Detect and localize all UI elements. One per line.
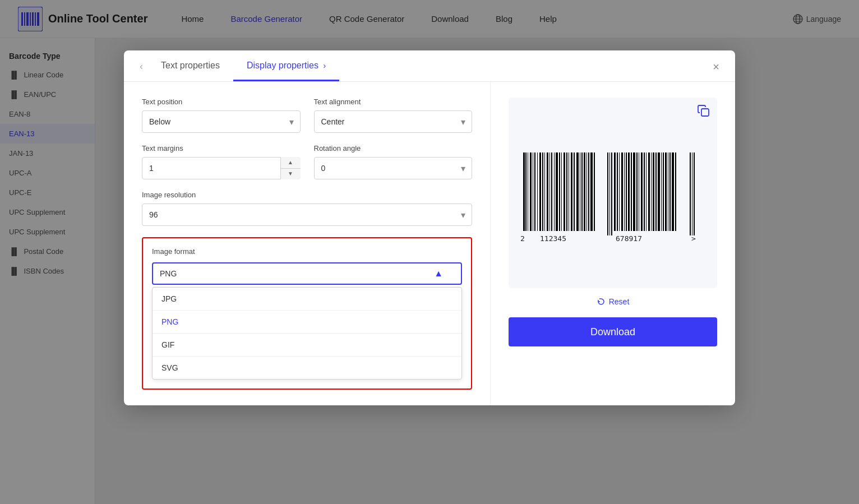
modal-close-button[interactable]: ×	[713, 61, 719, 72]
svg-text:>: >	[691, 234, 696, 243]
svg-rect-58	[641, 152, 643, 231]
svg-rect-20	[537, 152, 538, 231]
svg-rect-57	[639, 152, 639, 231]
svg-rect-35	[574, 152, 575, 231]
svg-text:2: 2	[520, 234, 525, 243]
properties-modal: ‹ Text properties Display properties › ×…	[124, 50, 735, 405]
copy-icon[interactable]	[697, 104, 710, 121]
modal-body: Text position Above Below None ▾ Text al…	[124, 82, 735, 405]
svg-text:678917: 678917	[616, 234, 642, 243]
text-position-select[interactable]: Above Below None	[142, 110, 301, 133]
svg-rect-40	[586, 152, 587, 231]
svg-rect-55	[633, 152, 635, 231]
svg-rect-63	[653, 152, 654, 231]
svg-rect-43	[594, 152, 595, 231]
barcode-preview: 2 112345 678917 >	[509, 98, 717, 288]
svg-rect-23	[544, 152, 545, 231]
rotation-angle-label: Rotation angle	[314, 144, 473, 152]
text-margins-stepper: ▲ ▼	[142, 157, 301, 179]
format-option-gif[interactable]: GIF	[153, 333, 461, 356]
svg-rect-28	[556, 152, 558, 231]
svg-rect-33	[569, 152, 569, 231]
text-position-label: Text position	[142, 98, 301, 106]
svg-rect-34	[571, 152, 572, 231]
text-position-select-wrapper: Above Below None ▾	[142, 110, 301, 133]
svg-rect-65	[658, 152, 660, 231]
svg-rect-36	[576, 152, 579, 231]
svg-rect-53	[628, 152, 630, 231]
svg-rect-32	[566, 152, 567, 231]
barcode-image-container: 2 112345 678917 >	[518, 147, 708, 248]
svg-rect-41	[588, 152, 589, 231]
text-margins-group: Text margins ▲ ▼	[142, 144, 301, 179]
svg-rect-24	[547, 152, 548, 231]
text-alignment-select-wrapper: Left Center Right ▾	[314, 110, 473, 133]
svg-rect-19	[534, 152, 535, 231]
rotation-angle-select-wrapper: 0 90 180 270 ▾	[314, 157, 473, 179]
svg-rect-25	[549, 152, 550, 231]
svg-rect-16	[528, 152, 528, 231]
image-format-selected-value: PNG	[160, 269, 177, 278]
stepper-up-button[interactable]: ▲	[281, 157, 301, 169]
svg-rect-72	[675, 152, 676, 231]
image-resolution-group: Image resolution 72 96 150 300 ▾	[142, 191, 472, 226]
svg-rect-45	[609, 152, 610, 235]
svg-rect-74	[692, 152, 692, 235]
svg-rect-42	[590, 152, 593, 231]
svg-rect-60	[646, 152, 646, 231]
svg-rect-69	[668, 152, 668, 231]
svg-rect-46	[611, 152, 612, 235]
svg-rect-31	[564, 152, 565, 231]
image-format-section: Image format PNG ▲ JPG PNG GIF SVG	[142, 237, 472, 390]
svg-rect-48	[617, 152, 618, 231]
image-format-dropdown: JPG PNG GIF SVG	[152, 287, 462, 380]
svg-rect-30	[561, 152, 562, 231]
image-format-label: Image format	[152, 247, 462, 256]
reset-button[interactable]: Reset	[597, 297, 630, 306]
reset-icon	[597, 297, 606, 306]
svg-rect-54	[631, 152, 632, 231]
svg-rect-26	[551, 152, 552, 231]
text-alignment-select[interactable]: Left Center Right	[314, 110, 473, 133]
svg-rect-15	[525, 152, 527, 231]
prev-tab-arrow[interactable]: ‹	[140, 61, 147, 81]
tab-display-properties[interactable]: Display properties ›	[233, 61, 339, 81]
download-button[interactable]: Download	[509, 317, 717, 346]
svg-rect-21	[539, 152, 541, 231]
reset-label: Reset	[609, 297, 630, 306]
svg-rect-51	[624, 152, 625, 231]
modal-left-panel: Text position Above Below None ▾ Text al…	[124, 82, 491, 405]
text-alignment-label: Text alignment	[314, 98, 473, 106]
svg-rect-71	[672, 152, 674, 231]
tab-text-properties[interactable]: Text properties	[147, 61, 233, 81]
svg-rect-22	[542, 152, 543, 231]
svg-rect-29	[559, 152, 560, 231]
svg-rect-39	[584, 152, 585, 231]
svg-rect-50	[621, 152, 623, 231]
barcode-svg: 2 112345 678917 >	[518, 147, 708, 248]
svg-rect-52	[626, 152, 627, 231]
svg-rect-62	[651, 152, 652, 231]
text-alignment-group: Text alignment Left Center Right ▾	[314, 98, 473, 133]
svg-rect-68	[665, 152, 667, 231]
image-resolution-select[interactable]: 72 96 150 300	[142, 204, 472, 226]
text-margins-input[interactable]	[142, 157, 301, 179]
rotation-angle-select[interactable]: 0 90 180 270	[314, 157, 473, 179]
image-format-select[interactable]: PNG ▲	[152, 262, 462, 285]
svg-rect-27	[554, 152, 555, 231]
modal-header: ‹ Text properties Display properties › ×	[124, 50, 735, 82]
format-option-png[interactable]: PNG	[153, 310, 461, 333]
image-resolution-select-wrapper: 72 96 150 300 ▾	[142, 204, 472, 226]
svg-rect-13	[701, 109, 709, 116]
format-option-jpg[interactable]: JPG	[153, 288, 461, 310]
text-position-group: Text position Above Below None ▾	[142, 98, 301, 133]
svg-rect-67	[663, 152, 664, 231]
svg-rect-66	[661, 152, 662, 231]
svg-rect-37	[580, 152, 580, 231]
svg-rect-59	[644, 152, 645, 231]
modal-right-panel: 2 112345 678917 > Reset Download	[491, 82, 735, 405]
stepper-down-button[interactable]: ▼	[281, 169, 301, 180]
format-option-svg[interactable]: SVG	[153, 356, 461, 379]
svg-rect-18	[533, 152, 533, 231]
image-format-chevron: ▲	[434, 269, 443, 279]
